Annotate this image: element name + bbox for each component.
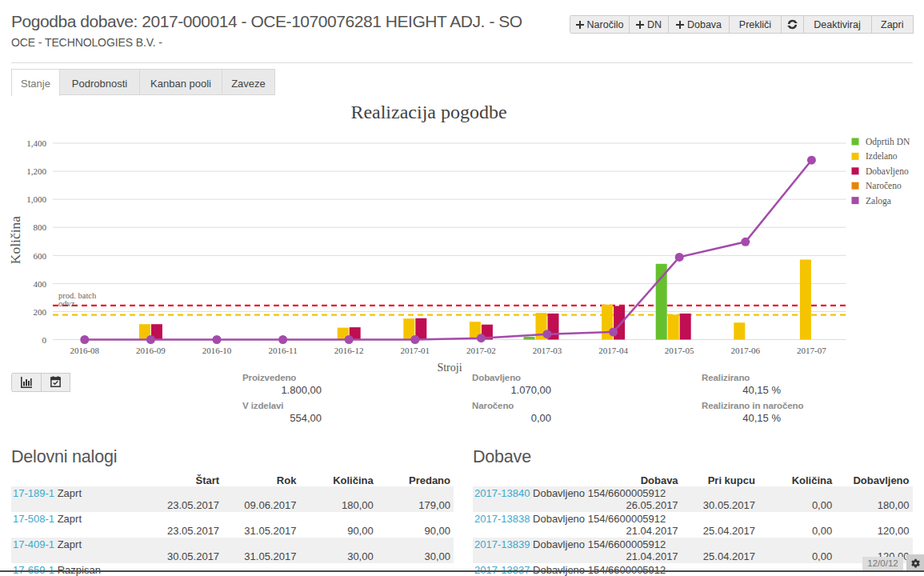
svg-text:Stroji: Stroji bbox=[437, 362, 462, 374]
svg-text:Zaloga: Zaloga bbox=[866, 196, 891, 206]
svg-text:2017-05: 2017-05 bbox=[665, 346, 694, 355]
svg-text:2017-01: 2017-01 bbox=[400, 346, 430, 355]
svg-text:prod. batch: prod. batch bbox=[58, 291, 97, 300]
svg-text:200: 200 bbox=[34, 307, 47, 317]
svg-text:2016-08: 2016-08 bbox=[70, 346, 99, 355]
svg-text:2016-10: 2016-10 bbox=[202, 346, 232, 355]
svg-text:1,000: 1,000 bbox=[26, 194, 46, 204]
svg-text:2017-02: 2017-02 bbox=[466, 346, 496, 355]
svg-text:odvz.: odvz. bbox=[58, 299, 77, 308]
svg-text:Naročeno: Naročeno bbox=[866, 181, 902, 190]
svg-text:400: 400 bbox=[34, 279, 47, 289]
svg-text:Izdelano: Izdelano bbox=[866, 151, 898, 161]
svg-text:1,200: 1,200 bbox=[26, 166, 46, 176]
svg-text:0: 0 bbox=[42, 335, 47, 345]
svg-text:600: 600 bbox=[34, 251, 47, 261]
svg-text:Odprtih DN: Odprtih DN bbox=[866, 137, 910, 147]
svg-text:2017-04: 2017-04 bbox=[598, 346, 628, 355]
svg-text:1,400: 1,400 bbox=[26, 138, 46, 148]
svg-text:2017-07: 2017-07 bbox=[797, 346, 826, 355]
svg-text:2016-12: 2016-12 bbox=[334, 346, 364, 355]
svg-text:Realizacija pogodbe: Realizacija pogodbe bbox=[350, 102, 506, 122]
svg-text:2016-11: 2016-11 bbox=[268, 346, 297, 355]
svg-text:800: 800 bbox=[34, 222, 47, 232]
svg-text:2017-06: 2017-06 bbox=[730, 346, 760, 355]
svg-text:2016-09: 2016-09 bbox=[136, 346, 166, 355]
svg-text:2017-03: 2017-03 bbox=[533, 346, 562, 355]
svg-text:Količina: Količina bbox=[7, 216, 23, 264]
svg-text:Dobavljeno: Dobavljeno bbox=[866, 166, 909, 177]
